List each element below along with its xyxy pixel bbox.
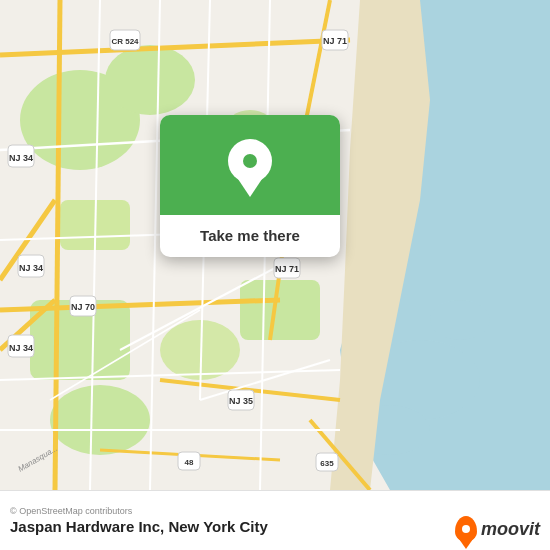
take-me-there-button[interactable]: Take me there (200, 227, 300, 244)
svg-text:NJ 34: NJ 34 (9, 343, 33, 353)
svg-text:NJ 34: NJ 34 (9, 153, 33, 163)
svg-text:48: 48 (185, 458, 194, 467)
moovit-pin-icon (455, 516, 477, 542)
svg-text:635: 635 (320, 459, 334, 468)
bottom-bar: © OpenStreetMap contributors Jaspan Hard… (0, 490, 550, 550)
svg-text:NJ 35: NJ 35 (229, 396, 253, 406)
moovit-text: moovit (481, 519, 540, 540)
popup-card-header (160, 115, 340, 215)
location-pin-icon (228, 139, 272, 191)
map-attribution: © OpenStreetMap contributors (10, 506, 540, 516)
svg-text:NJ 34: NJ 34 (19, 263, 43, 273)
svg-text:NJ 71: NJ 71 (323, 36, 347, 46)
pin-dot (243, 154, 257, 168)
moovit-logo: moovit (455, 516, 540, 542)
moovit-pin-dot (462, 525, 470, 533)
svg-text:NJ 71: NJ 71 (275, 264, 299, 274)
popup-card: Take me there (160, 115, 340, 257)
svg-point-3 (430, 300, 490, 340)
svg-text:CR 524: CR 524 (111, 37, 139, 46)
svg-text:NJ 70: NJ 70 (71, 302, 95, 312)
map-container: NJ 34 NJ 34 NJ 34 CR 524 NJ 71 NJ 71 NJ … (0, 0, 550, 490)
svg-rect-10 (240, 280, 320, 340)
svg-point-11 (50, 385, 150, 455)
popup-card-body: Take me there (160, 215, 340, 257)
svg-point-7 (105, 45, 195, 115)
